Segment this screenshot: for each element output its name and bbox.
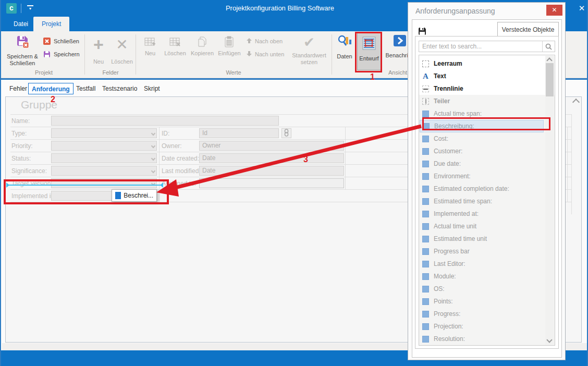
list-item[interactable]: Projection: (420, 320, 544, 333)
tab-skript[interactable]: Skript (141, 83, 163, 94)
copy-button[interactable]: Kopieren (189, 35, 216, 57)
last-modified-field[interactable]: Date (199, 166, 344, 176)
type-dropdown[interactable] (51, 128, 157, 138)
save-button[interactable]: Speichern (43, 48, 80, 60)
ribbon-tab-datei[interactable]: Datei (5, 17, 36, 31)
list-item[interactable]: Estimated time span: (420, 195, 544, 208)
move-up-button[interactable]: Nach oben (246, 35, 283, 47)
drop-indicator-line (7, 185, 162, 186)
data-search-chart-icon (337, 44, 352, 50)
status-dropdown[interactable] (51, 153, 157, 163)
list-item-label: Implemented at: (434, 210, 479, 217)
window-close-icon[interactable]: ✕ (575, 2, 588, 15)
list-item[interactable]: Teiler (420, 95, 544, 107)
save-close-button[interactable]: Speichern & Schließen (5, 33, 40, 67)
target-version-dropdown[interactable] (51, 178, 157, 188)
list-item[interactable]: Environment: (420, 170, 544, 182)
name-field[interactable] (51, 116, 279, 126)
blue-box-icon (422, 298, 429, 305)
move-down-button[interactable]: Nach unten (246, 48, 284, 60)
scroll-up-icon[interactable] (546, 57, 552, 63)
values-delete-button[interactable]: Löschen (162, 35, 188, 57)
customization-panel: Anforderungsanpassung ✕ Versteckte Objek… (408, 2, 566, 360)
panel-body: Versteckte Objekte LeerraumTextTrennlini… (412, 19, 562, 358)
splitter-icon (422, 98, 429, 105)
app-window: c ▾ Projektkonfiguration Billing Softwar… (0, 0, 588, 366)
tab-testfall[interactable]: Testfall (73, 83, 99, 94)
list-item[interactable]: Module: (420, 270, 544, 283)
assigned-to-field[interactable] (199, 178, 344, 188)
set-default-button[interactable]: ✔ Standardwert setzen (289, 34, 329, 66)
chevron-down-icon (151, 156, 155, 161)
plus-icon: + (88, 34, 109, 54)
blue-box-icon (422, 111, 429, 117)
list-item[interactable]: Cost: (420, 132, 544, 145)
scroll-thumb[interactable] (546, 63, 554, 96)
list-item[interactable]: Estimated time unit (420, 233, 544, 245)
fields-new-button[interactable]: + Neu (88, 34, 109, 65)
list-item-label: Resolution: (434, 335, 465, 343)
list-item[interactable]: Last Editor: (420, 258, 544, 270)
fields-delete-button[interactable]: ✕ Löschen (109, 34, 134, 65)
list-item-label: Actual time unit (434, 223, 476, 230)
notification-arrow-icon (393, 43, 407, 49)
date-created-field[interactable]: Date (199, 153, 344, 163)
list-item-label: Due date: (434, 160, 461, 167)
list-item[interactable]: Estimated completion date: (420, 182, 544, 195)
drag-ghost: Beschrei... (112, 189, 157, 202)
list-item-label: Customer: (434, 148, 462, 155)
field-label: Priority: (11, 142, 33, 150)
chevron-down-icon (151, 131, 155, 136)
priority-dropdown[interactable] (51, 141, 157, 151)
ribbon-tab-projekt[interactable]: Projekt (33, 17, 69, 31)
tab-fehler[interactable]: Fehler (6, 83, 30, 94)
tab-testszenario[interactable]: Testszenario (99, 83, 140, 94)
tab-versteckte-objekte[interactable]: Versteckte Objekte (497, 22, 559, 36)
column-divider (159, 127, 160, 202)
significance-dropdown[interactable] (51, 166, 157, 176)
list-item[interactable]: Leerraum (420, 57, 544, 70)
blue-box-icon (422, 186, 429, 192)
list-item[interactable]: Points: (420, 295, 544, 308)
blue-box-icon (422, 261, 429, 267)
list-item[interactable]: Implemented at: (420, 208, 544, 220)
id-field[interactable]: Id (199, 128, 279, 138)
paste-button[interactable]: Einfügen (216, 35, 242, 57)
list-item[interactable]: Text (420, 70, 544, 82)
chevron-down-icon (151, 144, 155, 148)
list-item[interactable]: OS: (420, 283, 544, 295)
close-project-button[interactable]: Schließen (43, 35, 79, 47)
tab-anforderung[interactable]: Anforderung (28, 83, 74, 94)
list-item-label: Teiler (434, 97, 450, 105)
data-view-button[interactable]: Daten (334, 33, 356, 60)
list-item[interactable]: Due date: (420, 157, 544, 170)
list-item[interactable]: Resolution: (420, 333, 544, 345)
design-selection-icon (362, 36, 376, 51)
list-item-label: Text (434, 72, 446, 80)
search-input[interactable] (419, 41, 541, 52)
list-item[interactable]: Customer: (420, 145, 544, 157)
list-item-label: Module: (434, 273, 456, 280)
x-icon: ✕ (109, 34, 134, 55)
list-item[interactable]: Actual time span: (420, 107, 544, 120)
link-chain-icon[interactable] (281, 128, 291, 138)
list-item-label: Progress bar (434, 248, 470, 255)
list-item[interactable]: Beschreibung: (420, 120, 544, 132)
owner-field[interactable]: Owner (199, 141, 344, 151)
scroll-down-icon[interactable] (546, 337, 552, 343)
list-item[interactable]: Progress bar (420, 245, 544, 258)
field-label: Assigned to: (162, 180, 196, 187)
design-view-button[interactable]: Entwurf (357, 33, 381, 70)
values-new-button[interactable]: Neu (139, 35, 162, 57)
blue-box-icon (422, 136, 429, 142)
list-item[interactable]: Actual time unit (420, 220, 544, 233)
close-red-icon (43, 37, 51, 45)
list-item[interactable]: Progress: (420, 308, 544, 320)
list-scrollbar[interactable] (545, 56, 554, 345)
blue-box-icon (422, 311, 429, 318)
panel-close-icon[interactable]: ✕ (546, 5, 562, 16)
list-item[interactable]: Risk: (420, 345, 544, 346)
panel-save-icon[interactable] (418, 27, 427, 36)
list-item[interactable]: Trennlinie (420, 82, 544, 95)
search-icon[interactable] (542, 41, 555, 52)
